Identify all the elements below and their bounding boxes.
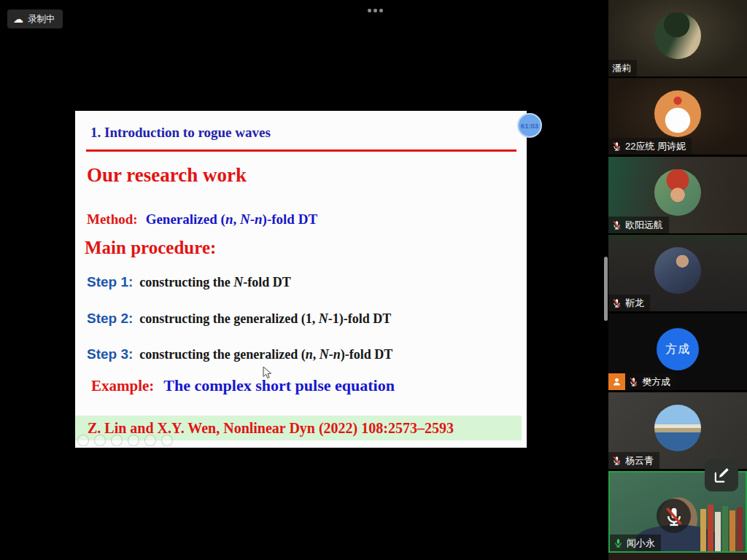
participant-name: 潘莉 — [612, 62, 631, 75]
avatar — [654, 169, 701, 216]
mic-muted-icon — [612, 220, 622, 230]
presenter-tool-icon[interactable] — [77, 435, 89, 446]
more-options-button[interactable] — [365, 6, 386, 15]
example-value: The complex short pulse equation — [163, 376, 395, 394]
title-underline — [86, 149, 516, 152]
step-1-line: Step 1:constructing the N-fold DT — [87, 274, 291, 290]
step-2-line: Step 2:constructing the generalized (1, … — [87, 311, 391, 327]
cloud-record-icon: ☁ — [13, 9, 23, 28]
avatar — [654, 90, 701, 137]
participant-name: 靳龙 — [625, 297, 644, 310]
mic-muted-icon — [629, 377, 638, 386]
slide-heading: Our research work — [87, 164, 247, 187]
participant-tile-0[interactable]: 潘莉 — [608, 0, 747, 77]
avatar — [654, 405, 701, 451]
example-line: Example:The complex short pulse equation — [91, 376, 395, 395]
dot-icon — [379, 9, 383, 12]
recording-label: 录制中 — [28, 9, 55, 28]
main-procedure-heading: Main procedure: — [85, 238, 216, 258]
step-3-line: Step 3:constructing the generalized (n, … — [87, 346, 392, 362]
participant-name: 杨云青 — [625, 454, 654, 467]
host-badge-icon — [608, 373, 625, 390]
avatar — [654, 247, 701, 294]
participant-tile-1[interactable]: 22应统 周诗妮 — [608, 78, 747, 155]
presenter-tool-icon[interactable] — [94, 435, 106, 446]
next-tile-edge — [608, 553, 747, 560]
participant-name: 樊方成 — [642, 376, 670, 389]
presenter-tool-icon[interactable] — [144, 435, 156, 446]
annotate-button[interactable] — [705, 459, 738, 491]
mouse-cursor — [263, 366, 272, 383]
method-label: Method: — [87, 211, 138, 227]
participant-name: 闻小永 — [627, 537, 655, 550]
mic-muted-icon — [612, 298, 622, 308]
presenter-tool-icon[interactable] — [128, 435, 139, 446]
participant-name: 欧阳远航 — [625, 219, 663, 232]
meeting-timer-badge[interactable]: 61:03 — [517, 113, 542, 138]
example-label: Example: — [91, 377, 154, 394]
mic-muted-icon — [612, 141, 622, 151]
slide-section-title: 1. Introduction to rogue waves — [90, 125, 271, 141]
participant-tile-2[interactable]: 欧阳远航 — [608, 157, 747, 233]
shared-slide: 1. Introduction to rogue waves Our resea… — [75, 111, 527, 448]
participant-tile-5[interactable]: 杨云青 — [608, 392, 747, 469]
participant-tile-3[interactable]: 靳龙 — [608, 235, 747, 311]
sidebar-scrollbar[interactable] — [604, 257, 608, 321]
method-line: Method:Generalized (n, N-n)-fold DT — [87, 211, 317, 228]
avatar-initials: 方成 — [657, 328, 699, 370]
presenter-tool-icon[interactable] — [161, 435, 173, 446]
avatar — [654, 12, 701, 59]
dot-icon — [368, 9, 371, 12]
dot-icon — [374, 9, 377, 12]
mute-overlay-icon — [657, 499, 691, 533]
participant-name: 22应统 周诗妮 — [625, 140, 686, 153]
mic-active-icon — [614, 538, 623, 548]
mic-muted-icon — [612, 456, 622, 465]
presenter-toolbar[interactable] — [77, 435, 173, 446]
presenter-tool-icon[interactable] — [111, 435, 123, 446]
recording-badge[interactable]: ☁ 录制中 — [7, 9, 63, 28]
participant-tile-4[interactable]: 方成 樊方成 — [608, 314, 747, 390]
pencil-icon — [712, 466, 731, 485]
video-bookshelf — [700, 505, 743, 551]
